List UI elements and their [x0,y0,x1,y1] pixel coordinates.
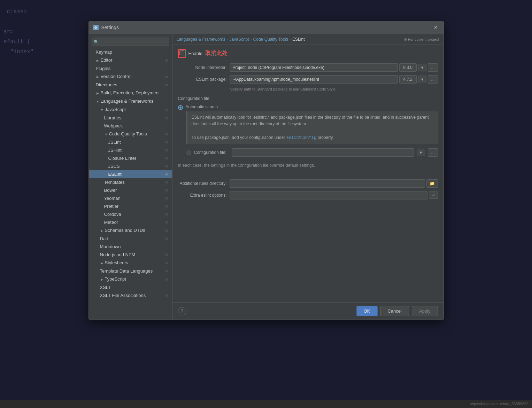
breadcrumb-sep-1: › [227,37,228,42]
auto-search-desc2-row: To use package.json, add your configurat… [192,134,434,141]
enable-checkbox[interactable] [179,50,184,55]
search-icon: 🔍 [94,40,99,44]
sidebar-item-typescript[interactable]: ▶TypeScript ⊙ [89,275,172,283]
ok-button[interactable]: OK [356,306,378,316]
config-file-radio[interactable] [186,150,191,155]
sidebar-icon: ⊙ [165,172,168,176]
sidebar-item-label: XSLT File Associations [89,293,146,298]
sidebar-icon: ⊙ [165,220,168,224]
eslint-more-btn[interactable]: ... [428,75,438,84]
sidebar-icon: ⊙ [165,83,168,87]
sidebar-item-label: ▶TypeScript [89,276,126,282]
hint-text: Specify path to Standard package to use … [178,87,438,91]
config-file-input[interactable] [232,148,414,157]
config-file-row: Configuration file: ▼ ... [178,148,438,157]
sidebar-item-template-data-languages[interactable]: Template Data Languages ⊙ [89,267,172,275]
sidebar-item-webpack[interactable]: Webpack [89,122,172,130]
sidebar-item-templates[interactable]: Templates ⊙ [89,178,172,186]
eslint-package-input-wrapper: 4.7.2 ▼ ... [230,75,438,84]
sidebar-item-label: JSLint [89,140,121,145]
apply-button[interactable]: Apply [412,306,438,316]
breadcrumb-code-quality[interactable]: Code Quality Tools [253,37,288,42]
node-dropdown-btn[interactable]: ▼ [418,64,427,71]
additional-rules-input[interactable] [230,179,425,188]
sidebar-item-jslint[interactable]: JSLint ⊙ [89,138,172,146]
node-interpreter-input[interactable] [230,63,398,72]
sidebar-item-libraries[interactable]: Libraries ⊙ [89,114,172,122]
breadcrumb: Languages & Frameworks › JavaScript › Co… [172,34,444,45]
sidebar-item-jshint[interactable]: JSHint ⊙ [89,146,172,154]
sidebar-item-editor[interactable]: ▶Editor ⊙ [89,56,172,64]
close-button[interactable]: × [432,24,439,31]
sidebar-item-label: Libraries [89,115,122,120]
enable-checkbox-wrapper [178,49,186,58]
panel-content: Enable 取消此处 Node interpreter: 9.3.0 ▼ ..… [172,45,444,302]
help-button[interactable]: ? [178,307,186,315]
dialog-titlebar: ⚙ Settings × [89,21,444,34]
sidebar-item-code-quality[interactable]: ▼Code Quality Tools ⊙ [89,130,172,138]
sidebar-icon: ⊙ [165,204,168,208]
sidebar-item-label: Closure Linter [89,156,137,161]
node-interpreter-label: Node interpreter: [178,65,227,70]
sidebar-icon: ⊙ [165,196,168,200]
auto-search-radio[interactable] [178,105,183,110]
sidebar-item-yeoman[interactable]: Yeoman ⊙ [89,194,172,202]
sidebar-item-label: ▶Editor [89,57,113,63]
sidebar-item-cordova[interactable]: Cordova ⊙ [89,210,172,218]
sidebar-icon: ⊙ [165,293,168,297]
sidebar-icon: ⊙ [165,269,168,273]
sidebar-item-markdown[interactable]: Markdown [89,243,172,251]
dialog-overlay: ⚙ Settings × 🔍 Keymap ▶Editor ⊙ [0,0,532,408]
additional-rules-folder-btn[interactable]: 📁 [426,179,438,188]
config-file-dropdown-btn[interactable]: ▼ [417,149,425,156]
config-file-more-btn[interactable]: ... [428,148,438,157]
breadcrumb-javascript[interactable]: JavaScript [230,37,249,42]
sidebar-item-label: Node.js and NPM [89,252,136,257]
sidebar: 🔍 Keymap ▶Editor ⊙ Plugins ▶Version Cont… [89,34,172,320]
sidebar-item-eslint[interactable]: ESLint ⊙ [89,170,172,178]
sidebar-item-jscs[interactable]: JSCS ⊙ [89,162,172,170]
sidebar-item-dart[interactable]: Dart ⊙ [89,235,172,243]
sidebar-icon: ⊙ [165,277,168,281]
node-more-btn[interactable]: ... [428,63,438,72]
sidebar-item-plugins[interactable]: Plugins [89,64,172,72]
sidebar-item-label: ESLint [89,172,122,177]
cancel-button[interactable]: Cancel [380,306,409,316]
search-box: 🔍 [92,38,169,46]
sidebar-item-directories[interactable]: Directories ⊙ [89,81,172,89]
sidebar-item-keymap[interactable]: Keymap [89,48,172,56]
sidebar-icon: ⊙ [165,58,168,62]
extra-options-input[interactable] [230,191,427,199]
sidebar-item-javascript[interactable]: ▼JavaScript ⊙ [89,105,172,114]
sidebar-icon: ⊙ [165,75,168,79]
cancel-annotation: 取消此处 [205,50,228,57]
sidebar-item-build[interactable]: ▶Build, Execution, Deployment [89,89,172,97]
sidebar-item-xslt[interactable]: XSLT [89,283,172,291]
auto-search-code: eslintConfig [286,135,316,140]
sidebar-item-meteor[interactable]: Meteor ⊙ [89,218,172,226]
sidebar-item-stylesheets[interactable]: ▶Stylesheets ⊙ [89,259,172,267]
sidebar-item-xslt-file-assoc[interactable]: XSLT File Associations ⊙ [89,291,172,299]
sidebar-item-bower[interactable]: Bower ⊙ [89,186,172,194]
breadcrumb-languages[interactable]: Languages & Frameworks [177,37,225,42]
sidebar-item-label: Template Data Languages [89,268,153,274]
additional-rules-label: Additional rules directory: [178,181,227,186]
extra-options-expand-btn[interactable]: ⤢ [429,191,438,199]
sidebar-item-closure-linter[interactable]: Closure Linter ⊙ [89,154,172,162]
search-input[interactable] [92,38,169,46]
sidebar-item-label: Directories [89,82,117,87]
sidebar-item-label: Markdown [89,244,121,249]
sidebar-item-version-control[interactable]: ▶Version Control ⊙ [89,72,172,81]
sidebar-item-label: Bower [89,188,117,193]
sidebar-item-languages[interactable]: ▼Languages & Frameworks [89,97,172,105]
sidebar-item-prettier[interactable]: Prettier ⊙ [89,202,172,210]
additional-rules-input-wrapper: 📁 [230,179,438,188]
sidebar-item-nodejs-npm[interactable]: Node.js and NPM ⊙ [89,251,172,259]
sidebar-item-schemas-dtds[interactable]: ▶Schemas and DTDs ⊙ [89,226,172,235]
sidebar-icon: ⊙ [165,148,168,152]
eslint-package-input[interactable] [230,75,398,84]
main-panel: Languages & Frameworks › JavaScript › Co… [172,34,444,320]
settings-icon: ⚙ [93,25,99,30]
enable-row: Enable 取消此处 [178,49,438,58]
eslint-dropdown-btn[interactable]: ▼ [418,76,427,83]
